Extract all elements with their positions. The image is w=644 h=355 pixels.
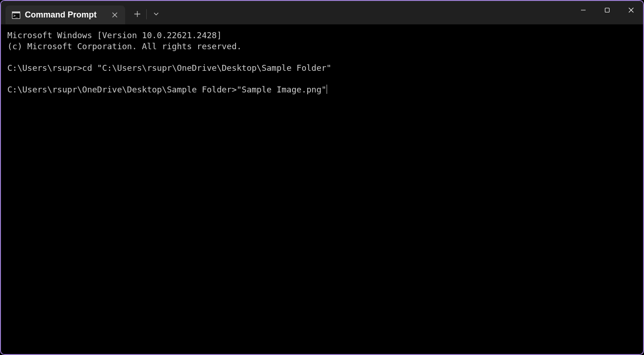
maximize-button[interactable] <box>595 1 619 19</box>
tab-title: Command Prompt <box>25 10 104 20</box>
terminal-prompt: C:\Users\rsupr\OneDrive\Desktop\Sample F… <box>7 85 237 94</box>
svg-rect-1 <box>12 11 20 13</box>
window-controls <box>571 1 643 24</box>
terminal-command: cd "C:\Users\rsupr\OneDrive\Desktop\Samp… <box>82 63 332 73</box>
terminal-cursor <box>327 85 327 94</box>
close-icon <box>112 12 117 17</box>
maximize-icon <box>604 7 610 13</box>
command-prompt-icon: >_ <box>12 11 20 19</box>
terminal-output-line: Microsoft Windows [Version 10.0.22621.24… <box>7 30 222 40</box>
minimize-icon <box>581 7 586 13</box>
tab-close-button[interactable] <box>109 9 121 21</box>
tab-dropdown-button[interactable] <box>148 6 164 22</box>
close-window-button[interactable] <box>619 1 643 19</box>
tab-divider <box>146 9 147 19</box>
plus-icon <box>134 11 140 17</box>
terminal-command: "Sample Image.png" <box>237 85 327 94</box>
svg-rect-9 <box>605 8 610 12</box>
minimize-button[interactable] <box>571 1 595 19</box>
terminal-prompt: C:\Users\rsupr> <box>7 63 82 73</box>
new-tab-button[interactable] <box>129 6 145 22</box>
close-icon <box>628 7 634 13</box>
tab-command-prompt[interactable]: >_ Command Prompt <box>6 6 125 24</box>
terminal-content[interactable]: Microsoft Windows [Version 10.0.22621.24… <box>1 24 643 354</box>
chevron-down-icon <box>154 12 159 16</box>
tab-controls <box>129 2 164 26</box>
terminal-output-line: (c) Microsoft Corporation. All rights re… <box>7 41 242 51</box>
title-bar: >_ Command Prompt <box>1 1 643 24</box>
svg-text:>_: >_ <box>13 14 18 18</box>
